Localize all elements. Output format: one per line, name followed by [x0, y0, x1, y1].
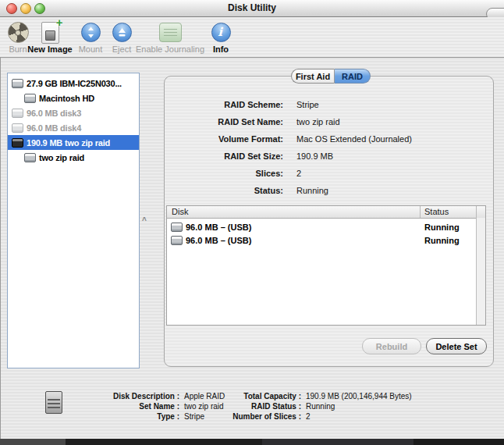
- info-icon: i: [211, 23, 231, 42]
- volume-icon: [24, 153, 36, 162]
- field-label: RAID Set Size:: [168, 151, 283, 161]
- disk-icon: [12, 123, 23, 133]
- disk-list-item-label: 96.0 MB disk3: [27, 109, 81, 118]
- disk-list-item-label: 190.9 MB two zip raid: [27, 138, 110, 148]
- field-value: 190.9 MB: [296, 151, 333, 161]
- slice-row-2[interactable]: 96.0 MB – (USB) Running: [167, 233, 485, 247]
- tab-first-aid-label: First Aid: [296, 72, 330, 81]
- title-bar: Disk Utility: [0, 0, 504, 17]
- delete-set-button[interactable]: Delete Set: [426, 338, 487, 354]
- field-value: 2: [296, 169, 301, 178]
- disk-list-item-ibm[interactable]: 27.9 GB IBM-IC25N030...: [8, 76, 139, 91]
- disk-list-item-label: 27.9 GB IBM-IC25N030...: [27, 79, 122, 88]
- mount-icon: [81, 23, 101, 42]
- slice-table: Disk Status 96.0 MB – (USB) Running 96.0…: [166, 205, 486, 326]
- disk-icon: [12, 109, 23, 118]
- column-header-status[interactable]: Status: [424, 207, 449, 216]
- footer-label: Set Name :: [70, 402, 179, 411]
- plus-badge-icon: +: [56, 17, 63, 28]
- disk-icon: [171, 222, 183, 232]
- enable-journaling-label: Enable Journaling: [127, 44, 213, 54]
- footer-value: 190.9 MB (200,146,944 Bytes): [306, 392, 412, 400]
- footer-label: Number of Slices :: [192, 412, 301, 421]
- new-image-icon: +: [41, 22, 59, 44]
- info-label: Info: [205, 44, 236, 54]
- disk-list-item-macintosh-hd[interactable]: Macintosh HD: [8, 91, 139, 105]
- field-label: Status:: [168, 186, 283, 195]
- slice-table-header: Disk Status: [167, 206, 485, 219]
- new-image-button[interactable]: + New Image: [23, 21, 77, 54]
- disk-image-glyph: [45, 30, 55, 41]
- tab-raid[interactable]: RAID: [335, 69, 371, 84]
- slice-disk-cell: 96.0 MB – (USB): [186, 222, 251, 232]
- disk-list-item-label: Macintosh HD: [39, 94, 94, 103]
- field-value: Running: [296, 186, 328, 195]
- volume-icon: [24, 94, 36, 103]
- disk-list-item-label: 96.0 MB disk4: [27, 123, 81, 133]
- column-header-disk[interactable]: Disk: [172, 207, 188, 216]
- tab-raid-label: RAID: [342, 72, 363, 81]
- raid-device-icon: [45, 391, 62, 414]
- info-button[interactable]: i Info: [205, 21, 236, 54]
- tab-bar: First Aid RAID: [291, 69, 371, 84]
- tab-first-aid[interactable]: First Aid: [291, 69, 335, 84]
- delete-set-button-label: Delete Set: [435, 342, 477, 351]
- footer-value: 2: [306, 412, 311, 421]
- footer-label: Type :: [70, 412, 179, 421]
- footer-label: Total Capacity :: [192, 392, 301, 400]
- new-image-label: New Image: [23, 44, 77, 54]
- field-label: Slices:: [168, 169, 283, 178]
- mount-button: Mount: [73, 21, 108, 54]
- slice-status-cell: Running: [424, 222, 460, 232]
- enable-journaling-button: Enable Journaling: [127, 21, 213, 54]
- disk-list-item-raid-set-selected[interactable]: 190.9 MB two zip raid: [8, 135, 139, 150]
- disk-list: 27.9 GB IBM-IC25N030... Macintosh HD 96.…: [7, 73, 140, 368]
- disk-list-item-disk3[interactable]: 96.0 MB disk3: [8, 105, 139, 120]
- raid-disk-icon: [12, 138, 23, 148]
- content-area: 27.9 GB IBM-IC25N030... Macintosh HD 96.…: [0, 58, 504, 439]
- field-value: Mac OS Extended (Journaled): [296, 134, 412, 144]
- field-value: two zip raid: [296, 117, 340, 126]
- rebuild-button-label: Rebuild: [376, 342, 407, 351]
- footer-label: RAID Status :: [192, 402, 301, 411]
- window-title: Disk Utility: [0, 2, 504, 13]
- disk-icon: [12, 79, 23, 88]
- slice-disk-cell: 96.0 MB – (USB): [186, 236, 251, 245]
- column-separator: [476, 206, 477, 218]
- slice-row-1[interactable]: 96.0 MB – (USB) Running: [167, 220, 485, 233]
- caret-marker: ^: [142, 216, 147, 225]
- footer-label: Disk Description :: [70, 392, 179, 400]
- toolbar: Burn + New Image Mount: [0, 17, 504, 58]
- field-label: Volume Format:: [168, 134, 283, 144]
- rebuild-button[interactable]: Rebuild: [362, 338, 421, 354]
- disk-list-item-label: two zip raid: [39, 153, 84, 162]
- footer-value: Running: [306, 402, 335, 411]
- slice-status-cell: Running: [424, 236, 460, 245]
- table-scrollbar[interactable]: [476, 218, 485, 325]
- column-separator: [420, 206, 421, 218]
- disk-icon: [171, 236, 183, 245]
- mount-label: Mount: [73, 44, 108, 54]
- field-label: RAID Scheme:: [168, 100, 283, 109]
- disk-list-item-disk4[interactable]: 96.0 MB disk4: [8, 120, 139, 135]
- field-value: Stripe: [296, 100, 319, 109]
- field-label: RAID Set Name:: [168, 117, 283, 126]
- desktop-edge: [0, 439, 504, 445]
- disk-utility-window: Disk Utility Burn + New Image: [0, 0, 504, 445]
- disk-list-item-raid-volume[interactable]: two zip raid: [8, 150, 139, 165]
- journaling-icon: [159, 23, 182, 42]
